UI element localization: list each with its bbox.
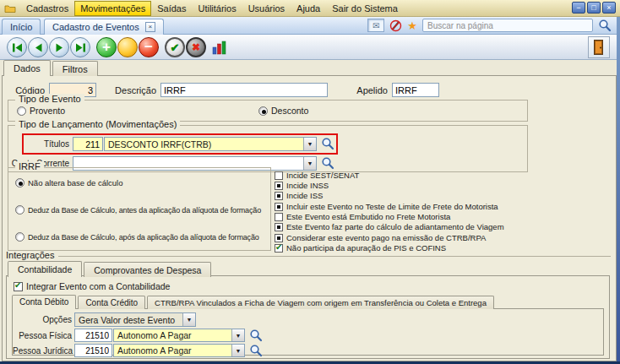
chevron-down-icon[interactable]: ▼ <box>182 313 195 326</box>
maximize-button[interactable]: □ <box>587 2 601 14</box>
descricao-field[interactable] <box>160 83 328 97</box>
radio-provento[interactable]: Provento <box>17 106 65 116</box>
last-record-button[interactable] <box>70 37 90 57</box>
first-record-button[interactable] <box>7 37 27 57</box>
pessoa-fisica-search-icon[interactable] <box>249 329 263 342</box>
pessoa-juridica-code-field[interactable] <box>74 344 112 357</box>
pessoa-fisica-combobox[interactable]: Autonomo A Pagar ▼ <box>113 329 245 342</box>
checkbox-evento-embutido-frete[interactable]: Este Evento está Embutido no Frete Motor… <box>275 212 450 221</box>
menu-item-ajuda[interactable]: Ajuda <box>291 1 326 16</box>
checkbox-label: Considerar este evento pago na emissão d… <box>286 233 486 242</box>
tab-comprovantes-de-despesa[interactable]: Comprovantes de Despesa <box>84 262 211 277</box>
menu-item-sair-do-sistema[interactable]: Sair do Sistema <box>326 1 404 16</box>
tab-cadastro-de-eventos[interactable]: Cadastro de Eventos × <box>44 19 164 35</box>
radio-dot <box>15 178 24 187</box>
radio-desconto[interactable]: Desconto <box>258 106 308 116</box>
checkbox-calculo-adiantamento-viagem[interactable]: Este Evento faz parte do cálculo de adia… <box>275 222 504 231</box>
titulos-code-field[interactable] <box>73 137 103 151</box>
pessoa-fisica-code-field[interactable] <box>74 329 112 342</box>
tab-filtros[interactable]: Filtros <box>52 61 98 76</box>
radio-deduz-antes[interactable]: Deduz da Base de Cálculo, antes da aplic… <box>15 205 261 215</box>
search-input[interactable] <box>422 19 593 32</box>
checkbox-incide-inss[interactable]: Incide INSS <box>275 181 329 190</box>
irrf-legend: IRRF <box>15 161 44 171</box>
cancel-button[interactable]: ✖ <box>186 37 206 57</box>
edit-record-button[interactable] <box>117 37 138 57</box>
descricao-label: Descrição <box>111 85 156 95</box>
confirm-button[interactable]: ✔ <box>165 37 185 57</box>
record-toolbar: + − ✔ ✖ <box>0 35 617 60</box>
menu-item-saidas[interactable]: Saídas <box>151 1 192 16</box>
exit-button[interactable] <box>588 36 610 58</box>
titulos-label: Títulos <box>25 139 69 149</box>
pessoa-fisica-label: Pessoa Física <box>13 331 72 340</box>
add-record-button[interactable]: + <box>96 37 117 57</box>
tab-contabilidade[interactable]: Contabilidade <box>8 261 82 277</box>
conta-corrente-search-icon[interactable] <box>321 156 334 170</box>
document-tab-bar: Início Cadastro de Eventos × ✉ ★ <box>0 17 617 35</box>
checkbox-incluir-teste-limite-frete[interactable]: Incluir este Evento no Teste de Limite d… <box>275 202 498 211</box>
envelope-icon[interactable]: ✉ <box>367 19 384 32</box>
apelido-field[interactable] <box>392 83 439 97</box>
chevron-down-icon[interactable]: ▼ <box>231 329 244 341</box>
radio-deduz-apos-label: Deduz da Base de Cálculo, após da aplica… <box>28 233 259 242</box>
checkbox-label: Integrar Evento com a Contabilidade <box>26 281 170 291</box>
window-controls: − □ × <box>572 2 616 14</box>
favorite-star-icon[interactable]: ★ <box>407 20 417 31</box>
menu-item-cadastros[interactable]: Cadastros <box>20 1 74 16</box>
menu-item-usuarios[interactable]: Usuários <box>242 1 291 16</box>
search-icon[interactable] <box>598 19 612 32</box>
opcoes-value: Gera Valor deste Evento <box>75 315 182 325</box>
apelido-label: Apelido <box>351 85 388 95</box>
tab-conta-debito[interactable]: Conta Débito <box>12 295 76 309</box>
checkbox-incide-iss[interactable]: Incide ISS <box>275 191 323 200</box>
no-edit-icon[interactable] <box>389 19 402 32</box>
radio-dot <box>17 106 26 116</box>
tab-comprovantes-label: Comprovantes de Despesa <box>94 265 201 275</box>
chevron-down-icon[interactable]: ▼ <box>303 138 316 150</box>
tipo-de-lancamento-groupbox: Tipo de Lançamento (Movimentações) Títul… <box>8 125 528 172</box>
checkbox-box <box>275 213 283 221</box>
close-button[interactable]: × <box>602 2 616 14</box>
chevron-down-icon[interactable]: ▼ <box>231 345 244 356</box>
tab-filtros-label: Filtros <box>63 64 88 74</box>
menu-item-utilitarios[interactable]: Utilitários <box>192 1 242 16</box>
next-record-button[interactable] <box>49 37 69 57</box>
conta-tabs: Conta Débito Conta Crédito CTRB/RPA Vinc… <box>12 295 496 309</box>
checkbox-label: Incide INSS <box>286 181 329 190</box>
minimize-button[interactable]: − <box>572 2 585 14</box>
checkbox-box <box>275 192 283 200</box>
door-exit-icon <box>591 39 606 56</box>
radio-dot <box>258 106 268 116</box>
tab-dados[interactable]: Dados <box>3 60 51 76</box>
titulos-search-icon[interactable] <box>321 137 334 150</box>
opcoes-combobox[interactable]: Gera Valor deste Evento ▼ <box>74 312 196 327</box>
pessoa-juridica-combobox[interactable]: Autonomo A Pagar ▼ <box>113 344 245 357</box>
radio-desconto-label: Desconto <box>271 106 308 116</box>
previous-record-button[interactable] <box>28 37 48 57</box>
checkbox-integrar-evento-contabilidade[interactable]: Integrar Evento com a Contabilidade <box>14 281 170 291</box>
checkbox-label: Este Evento faz parte do cálculo de adia… <box>286 222 504 231</box>
chart-button[interactable] <box>209 37 230 57</box>
menu-item-movimentacoes[interactable]: Movimentações <box>74 1 151 16</box>
tab-conta-credito[interactable]: Conta Crédito <box>78 296 145 309</box>
chevron-down-icon[interactable]: ▼ <box>303 157 316 170</box>
titulos-combobox[interactable]: DESCONTO IRRF(CTRB) ▼ <box>104 137 317 151</box>
radio-deduz-apos[interactable]: Deduz da Base de Cálculo, após da aplica… <box>15 232 259 242</box>
radio-nao-altera-base[interactable]: Não altera base de cálculo <box>15 178 123 187</box>
conta-debito-panel: Opções Gera Valor deste Evento ▼ Pessoa … <box>12 308 604 356</box>
check-icon: ✔ <box>171 41 180 54</box>
tab-inicio[interactable]: Início <box>2 19 41 35</box>
next-record-icon <box>55 43 64 52</box>
checkbox-evento-pago-ctrb-rpa[interactable]: Considerar este evento pago na emissão d… <box>275 233 486 242</box>
checkbox-incide-sest-senat[interactable]: Incide SEST/SENAT <box>275 171 359 180</box>
tab-ctrb-rpa-vinculados[interactable]: CTRB/RPA Vinculados a Ficha de Viagem co… <box>147 296 494 309</box>
tab-inicio-label: Início <box>10 22 32 32</box>
tab-close-icon[interactable]: × <box>145 22 155 32</box>
section-divider <box>58 256 611 257</box>
pessoa-juridica-search-icon[interactable] <box>249 344 263 357</box>
delete-record-button[interactable]: − <box>139 37 159 57</box>
radio-provento-label: Provento <box>30 106 65 116</box>
checkbox-label: Incide SEST/SENAT <box>286 171 359 180</box>
previous-record-icon <box>34 43 43 52</box>
